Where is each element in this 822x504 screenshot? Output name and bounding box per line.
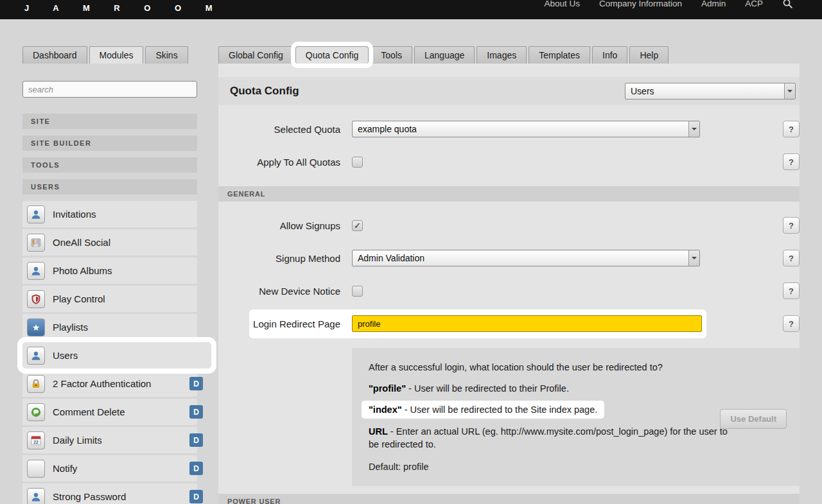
jamroom-logo[interactable]: J A M R O O M (24, 3, 223, 13)
topbar-link-acp[interactable]: ACP (745, 0, 763, 8)
svg-text:all: all (34, 243, 39, 247)
chevron-down-icon (784, 83, 795, 99)
sidebar-item-label: OneAll Social (53, 237, 110, 248)
user-icon (27, 347, 45, 365)
sidebar-section-site[interactable]: SITE (22, 114, 197, 129)
select-value: Admin Validation (353, 253, 424, 263)
tab-info[interactable]: Info (592, 46, 627, 64)
default-badge: D (189, 462, 203, 475)
new-device-row: New Device Notice ? (218, 282, 800, 299)
section-power-user: POWER USER (218, 494, 800, 504)
select-value: example quota (353, 124, 417, 134)
help-line-profile: "profile" - User will be redirected to t… (369, 383, 783, 394)
panel-header: Quota Config Users (218, 77, 800, 105)
allow-signups-row: Allow Signups ? (218, 217, 800, 234)
tab-global-config[interactable]: Global Config (218, 46, 293, 64)
sidebar-item-label: Photo Albums (53, 265, 112, 276)
tab-images[interactable]: Images (477, 46, 527, 64)
sidebar-item-label: Invitations (53, 209, 96, 220)
help-term: "index" (369, 404, 402, 415)
topbar-link-admin[interactable]: Admin (701, 0, 726, 8)
svg-text:22: 22 (33, 439, 39, 444)
calendar-icon: 22 (27, 431, 45, 449)
help-button[interactable]: ? (783, 282, 800, 299)
blank-icon (27, 460, 45, 478)
default-badge: D (189, 433, 203, 447)
help-line-default: Default: profile (369, 462, 783, 472)
user-icon (27, 262, 45, 280)
tab-quota-config[interactable]: Quota Config (295, 46, 369, 64)
sidebar-item-invitations[interactable]: Invitations (22, 201, 197, 227)
allow-signups-label: Allow Signups (218, 220, 347, 231)
sidebar-item-label: Comment Delete (53, 406, 125, 417)
sidebar-item-play-control[interactable]: Play Control (22, 286, 197, 312)
sidebar-item-oneall-social[interactable]: all OneAll Social (22, 229, 197, 256)
tab-modules[interactable]: Modules (89, 46, 144, 64)
sidebar-item-label: Notify (53, 463, 77, 474)
allow-signups-checkbox[interactable] (352, 220, 363, 231)
sidebar: SITE SITE BUILDER TOOLS USERS Invitation… (22, 64, 197, 504)
sidebar-item-label: Daily Limits (53, 435, 102, 446)
tab-help[interactable]: Help (629, 46, 669, 64)
help-term: URL (369, 426, 388, 437)
sidebar-item-photo-albums[interactable]: Photo Albums (22, 257, 197, 284)
sidebar-item-label: Users (53, 350, 78, 361)
shield-icon (27, 290, 45, 308)
topbar-menu: About Us Company Information Admin ACP (544, 0, 793, 9)
star-icon: ★ (27, 318, 45, 336)
lock-icon (27, 375, 45, 393)
sidebar-item-label: Playlists (53, 322, 88, 333)
sidebar-section-users[interactable]: USERS (22, 179, 197, 195)
quota-type-select[interactable]: Users (625, 83, 796, 100)
login-redirect-help-text: After a successful login, what location … (352, 348, 800, 486)
help-button[interactable]: ? (783, 121, 800, 137)
comment-icon (27, 403, 45, 421)
login-redirect-input[interactable] (352, 315, 702, 332)
new-device-checkbox[interactable] (352, 286, 363, 297)
sidebar-item-users[interactable]: Users (22, 342, 211, 369)
quota-config-panel: Quota Config Users Selected Quota exampl… (218, 64, 800, 504)
signup-method-select[interactable]: Admin Validation (352, 250, 700, 266)
module-tabs: Global Config Quota Config Tools Languag… (218, 46, 670, 64)
sidebar-item-comment-delete[interactable]: Comment Delete D (22, 399, 197, 425)
apply-all-row: Apply To All Quotas ? (218, 153, 800, 170)
sidebar-section-site-builder[interactable]: SITE BUILDER (22, 135, 197, 151)
sidebar-item-2-factor-authentication[interactable]: 2 Factor Authentication D (22, 370, 197, 397)
selected-quota-select[interactable]: example quota (352, 121, 700, 137)
help-button[interactable]: ? (783, 217, 800, 234)
help-button[interactable]: ? (783, 250, 800, 266)
help-button[interactable]: ? (783, 153, 800, 170)
sidebar-item-label: Strong Password (53, 491, 126, 502)
sidebar-item-notify[interactable]: Notify D (22, 455, 197, 482)
user-icon (27, 488, 45, 504)
sidebar-item-daily-limits[interactable]: 22 Daily Limits D (22, 427, 197, 453)
apply-all-label: Apply To All Quotas (218, 157, 347, 168)
tab-templates[interactable]: Templates (529, 46, 590, 64)
sidebar-item-playlists[interactable]: ★ Playlists (22, 314, 197, 340)
apply-all-checkbox[interactable] (352, 157, 363, 168)
oneall-icon: all (27, 234, 45, 252)
tab-tools[interactable]: Tools (371, 46, 412, 64)
search-icon[interactable] (782, 0, 793, 9)
tab-dashboard[interactable]: Dashboard (22, 46, 87, 64)
select-value: Users (625, 86, 654, 96)
section-general: GENERAL (218, 186, 800, 202)
help-line-intro: After a successful login, what location … (369, 362, 783, 372)
sidebar-section-tools[interactable]: TOOLS (22, 157, 197, 173)
help-button[interactable]: ? (783, 315, 800, 332)
help-term: "profile" (369, 383, 406, 394)
topbar-link-company-information[interactable]: Company Information (599, 0, 682, 8)
sidebar-item-strong-password[interactable]: Strong Password D (22, 483, 197, 504)
signup-method-label: Signup Method (218, 253, 347, 264)
default-badge: D (189, 405, 203, 419)
tab-skins[interactable]: Skins (145, 46, 188, 64)
help-line-url: URL - Enter an actual URL (eg. http://ww… (369, 426, 728, 451)
use-default-button[interactable]: Use Default (720, 409, 787, 429)
tab-language[interactable]: Language (414, 46, 475, 64)
page-title: Quota Config (230, 85, 299, 98)
help-desc: - User will be redirected to their Profi… (406, 383, 569, 394)
default-badge: D (189, 377, 203, 390)
module-search-input[interactable] (22, 81, 197, 98)
new-device-label: New Device Notice (218, 286, 347, 297)
topbar-link-about-us[interactable]: About Us (544, 0, 580, 8)
